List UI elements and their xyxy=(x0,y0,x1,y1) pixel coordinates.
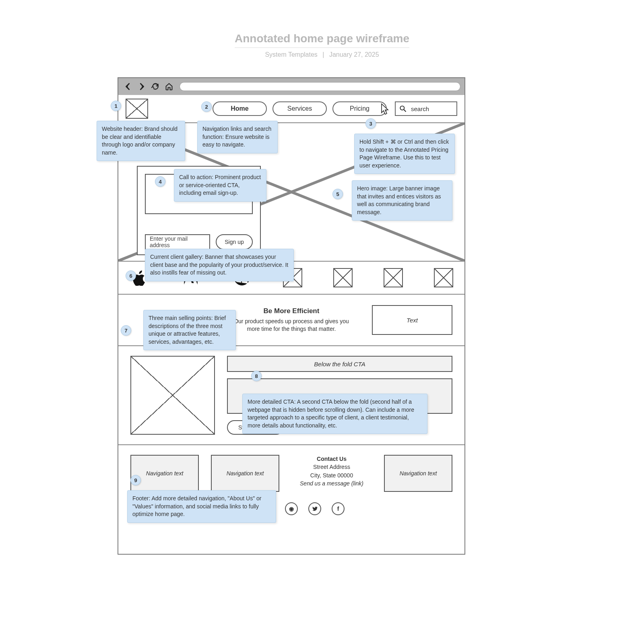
footer-nav-col[interactable]: Navigation text xyxy=(130,455,199,492)
svg-point-0 xyxy=(400,106,404,110)
document-header: Annotated home page wireframe System Tem… xyxy=(0,32,644,58)
client-placeholder xyxy=(434,268,453,287)
nav-pricing[interactable]: Pricing xyxy=(332,101,387,116)
annotation-7: Three main selling points: Brief descrip… xyxy=(143,310,236,350)
search-icon xyxy=(399,105,407,113)
annotation-marker-7: 7 xyxy=(121,325,131,336)
selling-point-main: Be More Efficient Our product speeds up … xyxy=(227,307,356,333)
annotation-3: Hold Shift + ⌘ or Ctrl and then click to… xyxy=(354,134,455,174)
contact-link[interactable]: Send us a message (link) xyxy=(291,479,372,487)
nav-services[interactable]: Services xyxy=(272,101,327,116)
client-placeholder xyxy=(384,268,403,287)
annotation-marker-4: 4 xyxy=(155,176,165,187)
footer-contact: Contact Us Street Address City, State 00… xyxy=(291,455,372,492)
annotation-marker-2: 2 xyxy=(201,101,212,112)
annotation-8: More detailed CTA: A second CTA below th… xyxy=(242,394,427,434)
footer-nav-col[interactable]: Navigation text xyxy=(211,455,279,492)
url-bar[interactable] xyxy=(180,82,460,91)
facebook-icon[interactable]: f xyxy=(332,502,345,515)
back-icon[interactable] xyxy=(122,81,134,92)
annotation-marker-1: 1 xyxy=(111,101,121,111)
below-fold-cta-bar[interactable]: Below the fold CTA xyxy=(227,356,452,372)
annotation-marker-8: 8 xyxy=(251,371,262,381)
annotation-marker-6: 6 xyxy=(126,270,136,281)
forward-icon[interactable] xyxy=(136,81,147,92)
email-field[interactable]: Enter your mail address xyxy=(145,234,210,250)
twitter-icon[interactable] xyxy=(308,502,321,515)
document-title: Annotated home page wireframe xyxy=(235,32,409,48)
selling-point-text-box: Text xyxy=(372,305,452,335)
annotation-marker-5: 5 xyxy=(332,189,343,199)
annotation-1: Website header: Brand should be clear an… xyxy=(97,121,185,161)
home-icon[interactable] xyxy=(163,81,175,92)
selling-point-title: Be More Efficient xyxy=(227,307,356,315)
signup-button[interactable]: Sign up xyxy=(216,234,253,250)
annotation-9: Footer: Add more detailed navigation, "A… xyxy=(127,490,276,523)
site-header: Home Services Pricing search xyxy=(118,95,464,123)
footer-nav-col[interactable]: Navigation text xyxy=(384,455,452,492)
annotation-2: Navigation links and search function: En… xyxy=(197,121,278,153)
cursor-icon xyxy=(379,103,391,117)
instagram-icon[interactable]: ◉ xyxy=(285,502,298,515)
selling-point-body: Our product speeds up process and gives … xyxy=(227,318,356,333)
annotation-marker-3: 3 xyxy=(365,118,376,129)
annotation-6: Current client gallery: Banner that show… xyxy=(145,249,294,281)
search-input[interactable]: search xyxy=(395,101,457,116)
browser-chrome xyxy=(118,78,464,95)
annotation-5: Hero image: Large banner image that invi… xyxy=(352,180,452,221)
client-placeholder xyxy=(333,268,353,287)
below-fold-image xyxy=(130,356,215,435)
document-meta: System Templates | January 27, 2025 xyxy=(0,51,644,58)
nav-home[interactable]: Home xyxy=(213,101,267,116)
logo-placeholder xyxy=(126,99,148,119)
main-nav: Home Services Pricing xyxy=(213,101,387,116)
annotation-4: Call to action: Prominent product or ser… xyxy=(174,169,266,202)
refresh-icon[interactable] xyxy=(150,81,161,92)
annotation-marker-9: 9 xyxy=(130,475,141,485)
svg-line-1 xyxy=(404,110,406,112)
